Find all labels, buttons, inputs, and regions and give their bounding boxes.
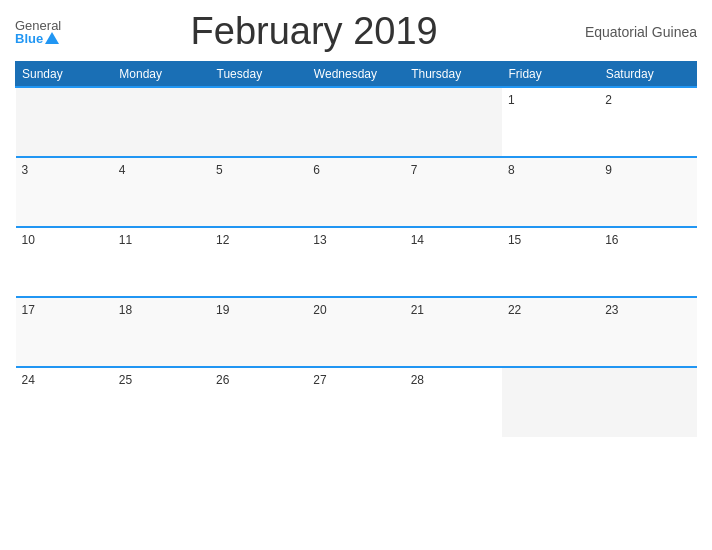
weekday-header-wednesday: Wednesday [307, 62, 404, 88]
day-number: 1 [508, 93, 515, 107]
calendar-cell: 2 [599, 87, 696, 157]
day-number: 11 [119, 233, 132, 247]
day-number: 20 [313, 303, 326, 317]
day-number: 9 [605, 163, 612, 177]
week-row-4: 2425262728 [16, 367, 697, 437]
calendar-cell: 16 [599, 227, 696, 297]
calendar-cell: 14 [405, 227, 502, 297]
day-number: 2 [605, 93, 612, 107]
calendar-cell [210, 87, 307, 157]
calendar-cell: 23 [599, 297, 696, 367]
logo-general-text: General [15, 19, 61, 32]
calendar-cell: 13 [307, 227, 404, 297]
week-row-3: 17181920212223 [16, 297, 697, 367]
calendar-cell: 11 [113, 227, 210, 297]
logo-triangle-icon [45, 32, 59, 44]
calendar-header: General Blue February 2019 Equatorial Gu… [15, 10, 697, 53]
day-number: 21 [411, 303, 424, 317]
calendar-cell: 20 [307, 297, 404, 367]
calendar-cell: 21 [405, 297, 502, 367]
logo-blue-text: Blue [15, 32, 43, 45]
day-number: 17 [22, 303, 35, 317]
calendar-cell: 12 [210, 227, 307, 297]
day-number: 16 [605, 233, 618, 247]
calendar-cell: 27 [307, 367, 404, 437]
calendar-cell [599, 367, 696, 437]
weekday-header-friday: Friday [502, 62, 599, 88]
day-number: 6 [313, 163, 320, 177]
calendar-cell: 10 [16, 227, 113, 297]
day-number: 3 [22, 163, 29, 177]
weekday-header-thursday: Thursday [405, 62, 502, 88]
month-title: February 2019 [61, 10, 567, 53]
day-number: 25 [119, 373, 132, 387]
calendar-cell: 19 [210, 297, 307, 367]
calendar-cell: 5 [210, 157, 307, 227]
day-number: 18 [119, 303, 132, 317]
weekday-header-tuesday: Tuesday [210, 62, 307, 88]
calendar-cell: 28 [405, 367, 502, 437]
calendar-cell: 1 [502, 87, 599, 157]
calendar-container: General Blue February 2019 Equatorial Gu… [0, 0, 712, 550]
calendar-cell: 8 [502, 157, 599, 227]
calendar-cell [405, 87, 502, 157]
weekday-header-sunday: Sunday [16, 62, 113, 88]
day-number: 15 [508, 233, 521, 247]
calendar-cell: 26 [210, 367, 307, 437]
calendar-table: SundayMondayTuesdayWednesdayThursdayFrid… [15, 61, 697, 437]
day-number: 8 [508, 163, 515, 177]
day-number: 13 [313, 233, 326, 247]
week-row-0: 12 [16, 87, 697, 157]
day-number: 5 [216, 163, 223, 177]
day-number: 28 [411, 373, 424, 387]
calendar-cell: 18 [113, 297, 210, 367]
day-number: 12 [216, 233, 229, 247]
calendar-cell: 24 [16, 367, 113, 437]
weekday-header-monday: Monday [113, 62, 210, 88]
calendar-cell [307, 87, 404, 157]
country-label: Equatorial Guinea [567, 24, 697, 40]
day-number: 4 [119, 163, 126, 177]
day-number: 7 [411, 163, 418, 177]
calendar-cell: 3 [16, 157, 113, 227]
logo: General Blue [15, 19, 61, 45]
day-number: 27 [313, 373, 326, 387]
day-number: 10 [22, 233, 35, 247]
calendar-cell: 15 [502, 227, 599, 297]
day-number: 23 [605, 303, 618, 317]
calendar-cell: 25 [113, 367, 210, 437]
calendar-cell: 9 [599, 157, 696, 227]
calendar-cell [16, 87, 113, 157]
calendar-cell [502, 367, 599, 437]
calendar-cell: 4 [113, 157, 210, 227]
day-number: 22 [508, 303, 521, 317]
week-row-2: 10111213141516 [16, 227, 697, 297]
day-number: 24 [22, 373, 35, 387]
week-row-1: 3456789 [16, 157, 697, 227]
calendar-cell: 17 [16, 297, 113, 367]
calendar-cell [113, 87, 210, 157]
weekday-header-saturday: Saturday [599, 62, 696, 88]
day-number: 14 [411, 233, 424, 247]
day-number: 26 [216, 373, 229, 387]
calendar-cell: 6 [307, 157, 404, 227]
day-number: 19 [216, 303, 229, 317]
weekday-header-row: SundayMondayTuesdayWednesdayThursdayFrid… [16, 62, 697, 88]
calendar-cell: 22 [502, 297, 599, 367]
calendar-cell: 7 [405, 157, 502, 227]
